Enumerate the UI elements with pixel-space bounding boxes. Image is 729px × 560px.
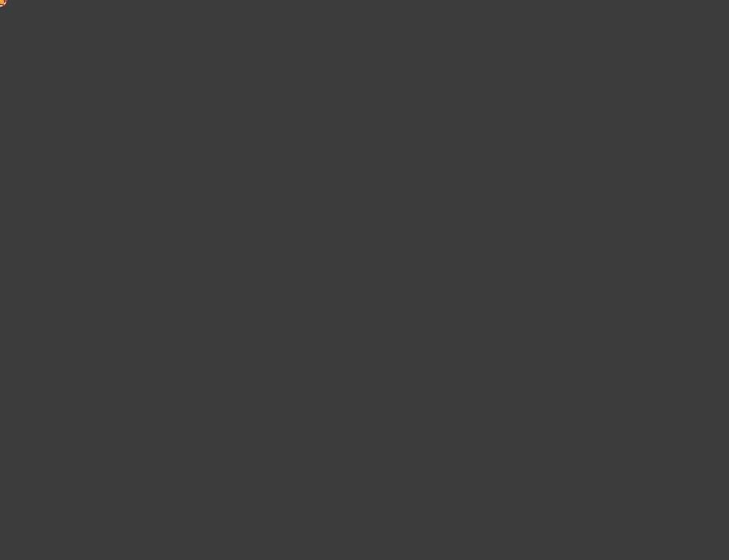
object-origin-dot — [0, 0, 4, 4]
viewport-canvas[interactable] — [0, 0, 729, 560]
viewport-background[interactable] — [0, 0, 729, 560]
blender-3d-viewport[interactable] — [0, 0, 729, 560]
